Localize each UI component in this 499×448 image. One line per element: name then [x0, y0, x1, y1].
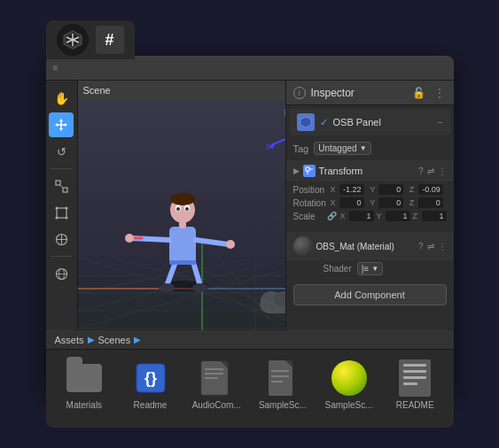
scale-tool[interactable]: [49, 174, 74, 198]
scale-y-input[interactable]: [386, 211, 410, 221]
svg-point-16: [65, 206, 67, 209]
shader-dropdown[interactable]: |≡ ▼: [357, 262, 383, 275]
svg-rect-11: [56, 181, 60, 185]
transform-actions: ? ⇌ ⋮: [418, 166, 447, 176]
asset-readme[interactable]: {} Readme: [119, 355, 182, 413]
svg-point-61: [125, 234, 134, 243]
svg-rect-14: [57, 208, 66, 218]
breadcrumb-arrow-2: ▶: [134, 335, 141, 344]
svg-point-71: [192, 283, 208, 292]
position-z-field: Z: [409, 184, 447, 195]
transform-fields: Position X Y Z: [286, 182, 454, 227]
samplesc-ball-label: SampleSc...: [321, 400, 377, 410]
tag-label: Tag: [293, 143, 309, 154]
asset-samplesc-doc[interactable]: SampleSc...: [252, 355, 315, 413]
svg-point-18: [65, 216, 67, 219]
transform-title: Transform: [319, 166, 415, 176]
asset-samplesc-ball[interactable]: SampleSc...: [317, 355, 380, 413]
rotation-y-input[interactable]: [378, 197, 403, 208]
scene-tab: Scene: [83, 85, 111, 96]
add-component-label: Add Component: [334, 290, 405, 300]
scale-link-icon[interactable]: 🔗: [327, 212, 337, 220]
svg-point-17: [55, 216, 58, 219]
osb-panel-label: OSB Panel: [333, 117, 433, 127]
audiocom-icon: [197, 359, 236, 398]
unity-logo-area: #: [46, 20, 135, 59]
svg-marker-9: [55, 123, 58, 127]
transform-collapse-arrow[interactable]: ▶: [293, 166, 300, 175]
samplesc-doc-label: SampleSc...: [255, 400, 311, 410]
svg-rect-76: [306, 167, 309, 171]
asset-audiocom[interactable]: AudioCom...: [185, 355, 248, 413]
material-preview-sphere: [293, 236, 313, 256]
breadcrumb-bar: Assets ▶ Scenes ▶: [46, 330, 454, 350]
rect-tool[interactable]: [49, 200, 74, 225]
lock-button[interactable]: 🔓: [410, 85, 427, 101]
scale-y-field: Y: [377, 211, 410, 221]
svg-marker-75: [300, 117, 311, 127]
material-settings-icon[interactable]: ⇌: [427, 242, 434, 251]
unity-logo: [57, 24, 89, 56]
position-x-field: X: [331, 184, 368, 195]
svg-point-65: [170, 193, 195, 205]
material-help-icon[interactable]: ?: [418, 242, 424, 251]
add-component-button[interactable]: Add Component: [293, 284, 447, 305]
position-x-input[interactable]: [339, 184, 364, 195]
rotation-y-field: Y: [370, 197, 407, 208]
material-name-label: OBS_Mat (Material): [316, 242, 415, 251]
scale-row: Scale 🔗 X Y Z: [293, 211, 447, 221]
inspector-menu-button[interactable]: ⋮: [433, 85, 447, 101]
material-menu-icon[interactable]: ⋮: [438, 242, 447, 251]
readme-lines-icon: [395, 359, 434, 398]
sidebar-divider-1: [51, 168, 72, 169]
transform-tool[interactable]: [49, 227, 74, 251]
position-row: Position X Y Z: [293, 184, 447, 195]
svg-rect-56: [169, 227, 196, 264]
scale-icon: [55, 180, 68, 193]
svg-rect-87: [269, 360, 292, 396]
readme-lines-label: README: [387, 400, 443, 410]
breadcrumb-assets[interactable]: Assets: [55, 335, 84, 345]
rotation-label: Rotation: [293, 198, 327, 208]
globe-tool[interactable]: [49, 261, 74, 286]
breadcrumb-scenes[interactable]: Scenes: [98, 335, 131, 345]
position-y-input[interactable]: [378, 184, 403, 195]
asset-readme-lines[interactable]: README: [384, 355, 447, 413]
samplesc-ball-icon: [330, 359, 369, 398]
bottom-panel: Assets ▶ Scenes ▶ Materials {}: [46, 330, 454, 428]
scale-z-input[interactable]: [422, 211, 447, 221]
shader-dropdown-arrow: ▼: [371, 265, 378, 273]
svg-marker-10: [65, 123, 67, 127]
transform-settings-icon[interactable]: ⇌: [427, 166, 434, 176]
scale-xyz: X Y Z: [340, 211, 447, 221]
rotate-icon: ↺: [57, 145, 66, 158]
svg-line-13: [60, 185, 63, 188]
position-label: Position: [293, 185, 327, 195]
tag-dropdown[interactable]: Untagged ▼: [314, 142, 370, 155]
position-z-input[interactable]: [418, 184, 443, 195]
rotation-z-input[interactable]: [418, 197, 443, 208]
tag-value: Untagged: [318, 143, 356, 153]
transform-help-icon[interactable]: ?: [418, 166, 424, 176]
osb-minus-button[interactable]: −: [437, 117, 442, 127]
transform-icon: [303, 165, 316, 177]
osb-checkmark: ✓: [320, 117, 328, 128]
shader-separator-icon: |≡: [362, 264, 369, 274]
rotation-x-input[interactable]: [339, 197, 364, 208]
asset-materials[interactable]: Materials: [53, 355, 116, 413]
shader-label: Shader: [324, 264, 352, 274]
transform-icon: [55, 233, 68, 246]
rotate-tool[interactable]: ↺: [49, 139, 74, 164]
materials-label: Materials: [57, 400, 113, 410]
move-tool[interactable]: [49, 112, 74, 137]
transform-menu-icon[interactable]: ⋮: [438, 166, 447, 176]
tag-row: Tag Untagged ▼: [286, 139, 454, 158]
info-icon: i: [293, 87, 306, 99]
hand-tool[interactable]: ✋: [49, 86, 74, 111]
svg-point-68: [176, 207, 180, 211]
rotation-xyz: X Y Z: [331, 197, 447, 208]
hashtag-logo: #: [96, 26, 124, 54]
hand-icon: ✋: [54, 91, 69, 105]
scale-x-input[interactable]: [349, 211, 374, 221]
svg-rect-12: [63, 188, 67, 192]
